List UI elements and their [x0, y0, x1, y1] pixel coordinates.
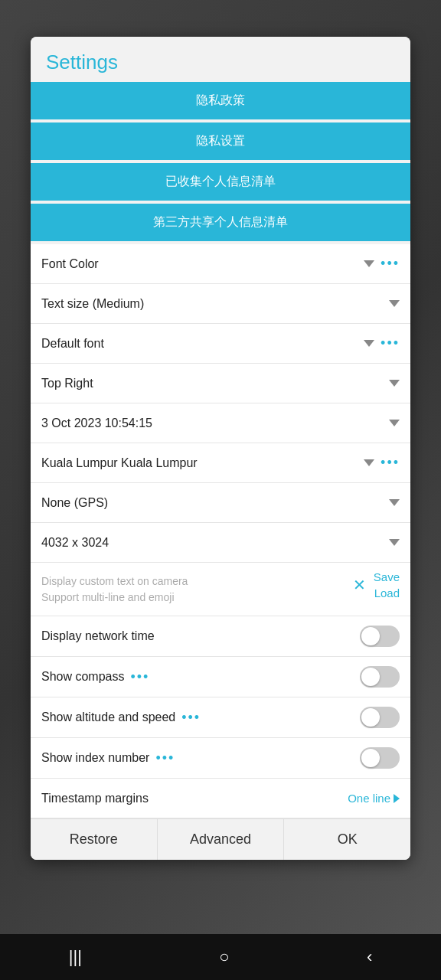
privacy-settings-button[interactable]: 隐私设置 [31, 122, 410, 160]
resolution-label: 4032 x 3024 [41, 536, 389, 550]
settings-dialog: Settings 隐私政策 隐私设置 已收集个人信息清单 第三方共享个人信息清单… [31, 37, 410, 860]
default-font-label: Default font [41, 337, 364, 351]
resolution-row[interactable]: 4032 x 3024 [31, 523, 410, 563]
bottom-bar: Restore Advanced OK [31, 818, 410, 860]
datetime-row[interactable]: 3 Oct 2023 10:54:15 [31, 403, 410, 443]
datetime-controls [389, 420, 400, 426]
nav-bar: ||| ○ ‹ [0, 934, 441, 980]
location-row[interactable]: Kuala Lumpur Kuala Lumpur ••• [31, 443, 410, 483]
show-altitude-dots-icon[interactable]: ••• [181, 710, 201, 726]
show-altitude-label: Show altitude and speed [41, 710, 175, 724]
third-party-share-button[interactable]: 第三方共享个人信息清单 [31, 204, 410, 241]
default-font-chevron-icon [364, 340, 374, 347]
font-color-chevron-icon [364, 260, 374, 267]
show-index-row[interactable]: Show index number ••• [31, 738, 410, 779]
gps-chevron-icon [389, 499, 400, 506]
dialog-title: Settings [46, 51, 118, 74]
dialog-header: Settings [31, 37, 410, 82]
show-compass-label: Show compass [41, 670, 125, 684]
load-button[interactable]: Load [374, 586, 400, 599]
timestamp-margins-row[interactable]: Timestamp margins One line [31, 779, 410, 818]
custom-text-box[interactable]: Display custom text on camera Support mu… [31, 563, 410, 616]
custom-text-actions: ✕ Save Load [353, 570, 400, 599]
timestamp-right: One line [348, 792, 400, 805]
show-compass-row[interactable]: Show compass ••• [31, 657, 410, 697]
timestamp-margins-label: Timestamp margins [41, 792, 348, 805]
show-compass-toggle[interactable] [360, 666, 400, 688]
location-chevron-icon [364, 459, 374, 466]
location-controls: ••• [364, 455, 400, 471]
resolution-chevron-icon [389, 539, 400, 546]
custom-text-clear-button[interactable]: ✕ [353, 576, 366, 594]
save-load-column: Save Load [374, 570, 400, 599]
show-compass-dots-icon[interactable]: ••• [131, 669, 150, 685]
advanced-button[interactable]: Advanced [158, 819, 285, 860]
nav-menu-icon[interactable]: ||| [69, 947, 82, 967]
location-label: Kuala Lumpur Kuala Lumpur [41, 456, 364, 470]
display-network-time-label: Display network time [41, 629, 155, 643]
show-altitude-toggle[interactable] [360, 707, 400, 728]
gps-controls [389, 499, 400, 506]
text-size-controls [389, 300, 400, 307]
display-network-time-toggle[interactable] [360, 626, 400, 647]
text-size-row[interactable]: Text size (Medium) [31, 284, 410, 324]
custom-text-line1: Display custom text on camera [41, 573, 400, 590]
nav-home-icon[interactable]: ○ [219, 947, 229, 967]
custom-text-line2: Support multi-line and emoji [41, 590, 400, 606]
text-size-chevron-icon [389, 300, 400, 307]
font-color-row[interactable]: Font Color ••• [31, 244, 410, 284]
show-index-label: Show index number [41, 751, 149, 765]
resolution-controls [389, 539, 400, 546]
show-altitude-left: Show altitude and speed ••• [41, 710, 201, 726]
ok-button[interactable]: OK [284, 819, 410, 860]
top-right-row[interactable]: Top Right [31, 364, 410, 403]
font-color-label: Font Color [41, 257, 364, 271]
location-dots-icon[interactable]: ••• [381, 455, 400, 471]
gps-row[interactable]: None (GPS) [31, 483, 410, 523]
gps-label: None (GPS) [41, 496, 389, 510]
privacy-policy-button[interactable]: 隐私政策 [31, 82, 410, 119]
show-compass-left: Show compass ••• [41, 669, 149, 685]
default-font-controls: ••• [364, 335, 400, 351]
default-font-row[interactable]: Default font ••• [31, 324, 410, 364]
top-right-chevron-icon [389, 380, 400, 387]
blue-buttons-section: 隐私政策 隐私设置 已收集个人信息清单 第三方共享个人信息清单 [31, 82, 410, 243]
collected-info-button[interactable]: 已收集个人信息清单 [31, 163, 410, 201]
datetime-chevron-icon [389, 420, 400, 426]
default-font-dots-icon[interactable]: ••• [381, 335, 400, 351]
top-right-label: Top Right [41, 377, 389, 390]
settings-section: Font Color ••• Text size (Medium) Defaul… [31, 244, 410, 818]
timestamp-value: One line [348, 792, 390, 805]
font-color-controls: ••• [364, 256, 400, 272]
nav-back-icon[interactable]: ‹ [367, 947, 372, 967]
display-network-time-left: Display network time [41, 629, 155, 643]
show-index-left: Show index number ••• [41, 750, 175, 766]
show-altitude-row[interactable]: Show altitude and speed ••• [31, 697, 410, 738]
show-index-toggle[interactable] [360, 747, 400, 769]
display-network-time-row[interactable]: Display network time [31, 616, 410, 657]
show-index-dots-icon[interactable]: ••• [155, 750, 175, 766]
font-color-dots-icon[interactable]: ••• [381, 256, 400, 272]
timestamp-chevron-right-icon [394, 794, 400, 803]
restore-button[interactable]: Restore [31, 819, 158, 860]
top-right-controls [389, 380, 400, 387]
datetime-label: 3 Oct 2023 10:54:15 [41, 416, 389, 430]
save-button[interactable]: Save [374, 570, 400, 583]
custom-text-content: Display custom text on camera Support mu… [41, 573, 400, 606]
text-size-label: Text size (Medium) [41, 297, 389, 311]
